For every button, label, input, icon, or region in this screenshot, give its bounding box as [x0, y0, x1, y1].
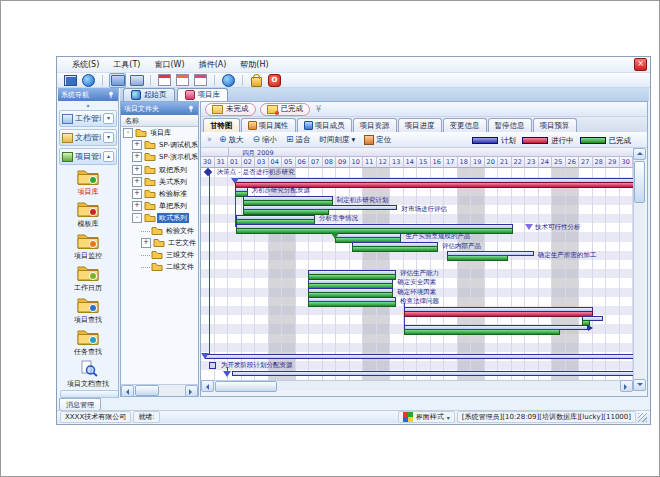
pin-icon[interactable] — [107, 91, 115, 99]
plan-bar[interactable] — [232, 371, 633, 376]
sidebar-scroll-up-icon[interactable]: ▴ — [58, 101, 118, 109]
expand-icon[interactable]: + — [132, 201, 142, 211]
day-header-cell[interactable]: 27 — [579, 157, 593, 168]
expand-icon[interactable]: + — [132, 165, 142, 175]
doc-tab-inactive[interactable]: 起始页 — [123, 88, 175, 101]
sidebar-section-clipped[interactable] — [60, 390, 119, 398]
day-header-cell[interactable]: 05 — [282, 157, 296, 168]
scroll-thumb[interactable] — [135, 385, 159, 396]
expand-icon[interactable]: + — [132, 152, 142, 162]
menu-item[interactable]: 工具(T) — [106, 58, 147, 71]
menu-item[interactable]: 系统(S) — [65, 58, 106, 71]
menu-item[interactable]: 帮助(H) — [233, 58, 275, 71]
day-header-cell[interactable]: 26 — [566, 157, 580, 168]
day-header-cell[interactable]: 02 — [242, 157, 256, 168]
collapse-icon[interactable]: - — [123, 128, 133, 138]
expand-icon[interactable]: + — [132, 177, 142, 187]
scroll-down-icon[interactable] — [633, 379, 646, 391]
sidebar-item-link[interactable]: 项目查找 — [58, 296, 118, 325]
sidebar-section-collapsed[interactable]: 工作管理▾ — [59, 110, 117, 127]
tree-item[interactable]: +SP-演示机系 — [121, 151, 198, 163]
expand-icon[interactable]: + — [141, 238, 151, 248]
tree-item[interactable]: +SP-调试机系 — [121, 139, 198, 151]
scroll-thumb[interactable] — [215, 381, 277, 392]
day-header-cell[interactable]: 20 — [485, 157, 499, 168]
progress-bar-complete[interactable] — [308, 301, 396, 307]
gantt-放大-button[interactable]: ⊕放大 — [217, 134, 246, 146]
day-header-cell[interactable]: 22 — [512, 157, 526, 168]
day-header-cell[interactable]: 25 — [552, 157, 566, 168]
folder-window-button[interactable] — [129, 74, 144, 87]
expand-icon[interactable]: + — [132, 140, 142, 150]
day-header-cell[interactable]: 06 — [296, 157, 310, 168]
tree-item[interactable]: +检验标准 — [121, 188, 198, 200]
day-header-cell[interactable]: 13 — [390, 157, 404, 168]
ui-style-button[interactable]: 界面样式 ▾ — [398, 411, 455, 423]
filter-complete-button[interactable]: 已完成 — [260, 103, 311, 116]
tree-column-header[interactable]: 名称 — [121, 115, 198, 127]
tab-inactive[interactable]: 项目进度 — [398, 118, 442, 132]
scroll-left-icon[interactable] — [121, 385, 134, 397]
tree-item[interactable]: +工艺文件 — [121, 237, 198, 249]
milestone-diamond[interactable] — [204, 168, 212, 176]
tree-item[interactable]: -欧式系列 — [121, 212, 198, 224]
progress-bar-complete[interactable] — [404, 329, 561, 335]
sidebar-item-link[interactable]: 任务查找 — [58, 328, 118, 357]
collapse-icon[interactable]: - — [132, 213, 142, 223]
day-header-cell[interactable]: 17 — [444, 157, 458, 168]
day-header-cell[interactable]: 09 — [336, 157, 350, 168]
day-header-cell[interactable]: 10 — [350, 157, 364, 168]
sidebar-item-link[interactable]: 工作日历 — [58, 264, 118, 293]
tree-item[interactable]: +美式系列 — [121, 176, 198, 188]
tab-inactive[interactable]: 项目预算 — [533, 118, 577, 132]
folder-open-button[interactable] — [109, 73, 126, 88]
day-header-cell[interactable]: 19 — [471, 157, 485, 168]
filter-overflow-icon[interactable]: ¥ — [316, 105, 321, 114]
resize-grip[interactable] — [638, 413, 647, 422]
gantt-适合-button[interactable]: ⊞适合 — [284, 134, 313, 146]
gantt-toolbar-overflow-icon[interactable]: » — [207, 135, 212, 144]
scroll-up-icon[interactable] — [633, 148, 646, 160]
menu-item[interactable]: 窗口(W) — [147, 58, 191, 71]
tree-horizontal-scrollbar[interactable] — [121, 384, 198, 396]
globe-button[interactable] — [81, 74, 96, 87]
summary-bracket-bar[interactable] — [205, 354, 633, 359]
day-header-cell[interactable]: 16 — [431, 157, 445, 168]
sidebar-item-link[interactable]: 项目文档查找 — [58, 360, 118, 389]
sidebar-item-link[interactable]: 模板库 — [58, 200, 118, 229]
tree-item[interactable]: +单把系列 — [121, 200, 198, 212]
tab-inactive[interactable]: 项目属性 — [241, 118, 296, 132]
gantt-时间刻度-button[interactable]: 时间刻度▾ — [318, 134, 358, 146]
tree-item[interactable]: +双把系列 — [121, 164, 198, 176]
day-header-cell[interactable]: 18 — [458, 157, 472, 168]
tab-active[interactable]: 甘特图 — [203, 118, 240, 132]
tab-inactive[interactable]: 暂停信息 — [488, 118, 532, 132]
chevron-down-icon[interactable]: ▾ — [103, 113, 114, 124]
progress-bar-complete[interactable] — [352, 246, 438, 252]
day-header-cell[interactable]: 23 — [525, 157, 539, 168]
day-header-cell[interactable]: 11 — [363, 157, 377, 168]
day-header-cell[interactable]: 28 — [593, 157, 607, 168]
gantt-horizontal-scrollbar[interactable] — [201, 380, 633, 391]
day-header-cell[interactable]: 30 — [620, 157, 634, 168]
tree-item[interactable]: -项目库 — [121, 127, 198, 139]
menu-item[interactable]: 插件(A) — [192, 58, 234, 71]
sidebar-item-link[interactable]: 项目监控 — [58, 232, 118, 261]
day-header-cell[interactable]: 07 — [309, 157, 323, 168]
computer-button[interactable] — [63, 74, 78, 87]
day-header-cell[interactable]: 21 — [498, 157, 512, 168]
day-header-cell[interactable]: 08 — [323, 157, 337, 168]
tree-item[interactable]: 三维文件 — [121, 249, 198, 261]
day-header-cell[interactable]: 30 — [201, 157, 215, 168]
tab-inactive[interactable]: 变更信息 — [443, 118, 487, 132]
day-header-cell[interactable]: 31 — [215, 157, 229, 168]
day-header-cell[interactable]: 04 — [269, 157, 283, 168]
tree-item[interactable]: 二维文件 — [121, 261, 198, 273]
gantt-缩小-button[interactable]: ⊖缩小 — [250, 134, 279, 146]
gantt-定位-button[interactable]: 定位 — [362, 134, 393, 146]
close-tab-button[interactable]: × — [634, 58, 647, 71]
pin-icon[interactable] — [187, 105, 195, 113]
tab-inactive[interactable]: 项目资源 — [353, 118, 397, 132]
doc-tab-active[interactable]: 项目库 — [177, 88, 229, 101]
calendar-orange-button[interactable] — [175, 74, 190, 87]
